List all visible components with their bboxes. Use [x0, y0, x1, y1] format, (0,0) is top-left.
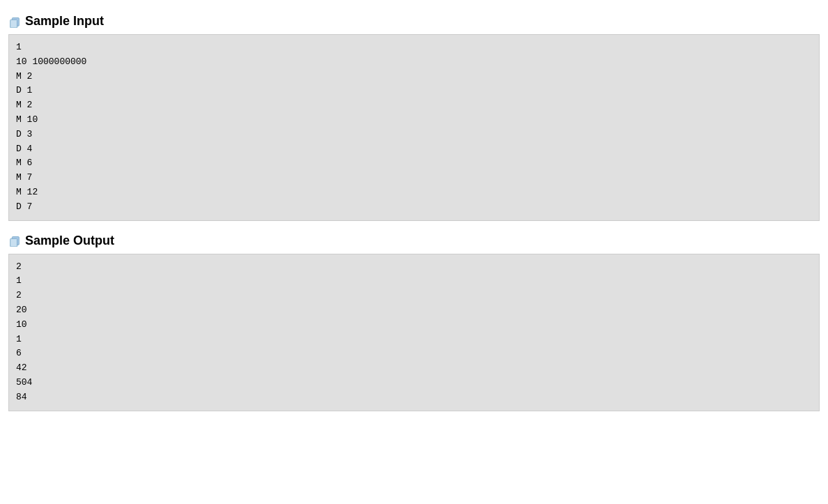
sample-input-title: Sample Input: [25, 14, 104, 29]
sample-output-block: 2 1 2 20 10 1 6 42 504 84: [8, 254, 820, 411]
sample-output-header: Sample Output: [8, 234, 820, 248]
sample-input-block: 1 10 1000000000 M 2 D 1 M 2 M 10 D 3 D 4…: [8, 34, 820, 221]
svg-rect-1: [10, 20, 17, 28]
sample-output-title: Sample Output: [25, 234, 114, 248]
copy-icon-output: [8, 234, 21, 247]
svg-rect-3: [10, 238, 17, 247]
sample-input-header: Sample Input: [8, 14, 820, 29]
copy-icon-input: [8, 15, 21, 28]
